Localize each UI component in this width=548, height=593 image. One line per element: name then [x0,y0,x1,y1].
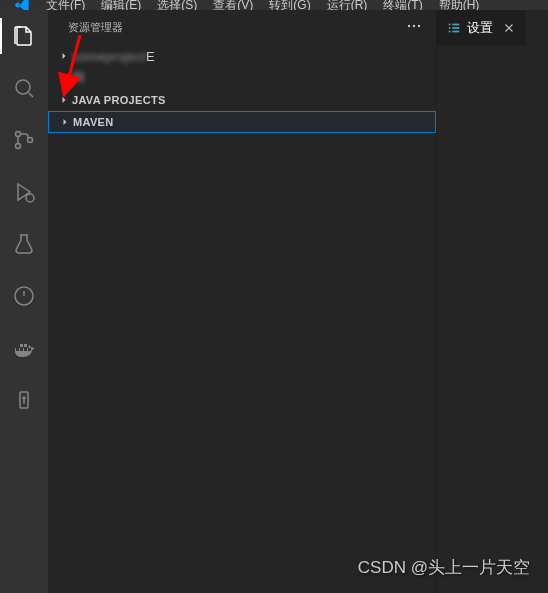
tree-item-folder-1[interactable]: someprojectE [48,45,436,67]
tree-item-label: someprojectE [72,49,155,64]
tab-label: 设置 [467,19,493,37]
svg-point-9 [418,25,420,27]
tab-bar: 设置 [437,10,548,45]
run-debug-icon[interactable] [0,174,48,210]
menu-run[interactable]: 运行(R) [321,0,374,10]
tree-item-maven[interactable]: MAVEN [48,111,436,133]
menu-file[interactable]: 文件(F) [40,0,91,10]
chevron-right-icon [56,48,72,64]
docker-icon[interactable] [0,330,48,366]
svg-point-3 [28,138,33,143]
menu-edit[interactable]: 编辑(E) [95,0,147,10]
svg-rect-15 [452,30,459,32]
vscode-logo-icon [12,0,32,10]
svg-point-7 [408,25,410,27]
menu-view[interactable]: 查看(V) [207,0,259,10]
svg-rect-11 [452,23,459,25]
tab-settings[interactable]: 设置 [437,10,527,45]
svg-rect-12 [449,27,451,29]
tree-item-folder-2[interactable]: 网 [48,67,436,89]
explorer-icon[interactable] [0,18,48,54]
chevron-right-icon [57,114,73,130]
editor-content [437,45,548,593]
activity-bar [0,10,48,593]
svg-point-2 [16,144,21,149]
tree-item-java-projects[interactable]: JAVA PROJECTS [48,89,436,111]
sidebar: 资源管理器 someprojectE 网 JAVA PROJECTS [48,10,437,593]
menu-help[interactable]: 帮助(H) [433,0,486,10]
testing-icon[interactable] [0,226,48,262]
sidebar-header: 资源管理器 [48,10,436,45]
chevron-right-icon [56,70,72,86]
svg-rect-10 [449,23,451,25]
database-icon[interactable] [0,382,48,418]
menubar: 文件(F) 编辑(E) 选择(S) 查看(V) 转到(G) 运行(R) 终端(T… [0,0,548,10]
sidebar-title: 资源管理器 [68,20,123,35]
tree-item-label: MAVEN [73,116,113,128]
menu-terminal[interactable]: 终端(T) [377,0,428,10]
chevron-right-icon [56,92,72,108]
tree-item-label: 网 [72,69,85,87]
more-icon[interactable] [404,16,424,39]
editor-area: 设置 [437,10,548,593]
menu-selection[interactable]: 选择(S) [151,0,203,10]
svg-point-4 [26,194,34,202]
menu-goto[interactable]: 转到(G) [263,0,316,10]
close-icon[interactable] [502,21,516,35]
svg-point-0 [16,80,30,94]
svg-rect-13 [452,27,459,29]
search-icon[interactable] [0,70,48,106]
tree-item-label: JAVA PROJECTS [72,94,166,106]
sidebar-actions [404,16,424,39]
source-control-icon[interactable] [0,122,48,158]
svg-rect-14 [449,30,451,32]
svg-point-8 [413,25,415,27]
main-container: 资源管理器 someprojectE 网 JAVA PROJECTS [0,10,548,593]
settings-list-icon [447,21,461,35]
svg-point-1 [16,132,21,137]
power-icon[interactable] [0,278,48,314]
